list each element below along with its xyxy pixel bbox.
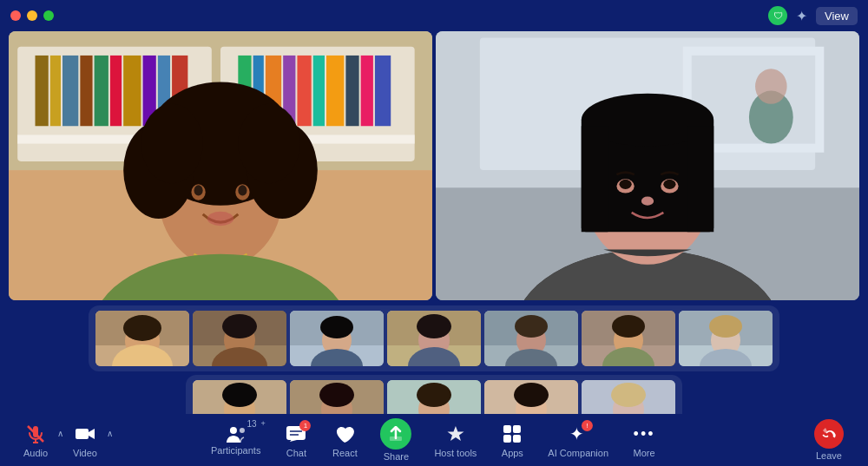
- svg-rect-5: [50, 56, 61, 126]
- titlebar-right: 🛡 ✦ View: [768, 6, 858, 25]
- svg-point-116: [611, 383, 646, 407]
- ai-companion-badge: !: [582, 420, 593, 431]
- svg-rect-9: [110, 56, 122, 126]
- chat-label: Chat: [286, 448, 306, 458]
- thumb-6[interactable]: [582, 311, 675, 366]
- svg-point-33: [141, 104, 203, 183]
- leave-button[interactable]: Leave: [807, 416, 851, 464]
- toolbar: Audio ∧ Video ∧: [0, 414, 868, 466]
- svg-point-61: [663, 180, 675, 189]
- svg-point-39: [207, 212, 234, 226]
- security-icon[interactable]: 🛡: [768, 6, 787, 25]
- video-button[interactable]: Video: [67, 418, 103, 462]
- svg-point-96: [709, 315, 742, 338]
- host-tools-button[interactable]: Host tools: [424, 418, 487, 462]
- audio-button[interactable]: Audio: [17, 418, 54, 462]
- ai-companion-button[interactable]: ✦ ! AI Companion: [537, 418, 619, 462]
- svg-point-81: [417, 314, 451, 338]
- maximize-button[interactable]: [43, 10, 54, 21]
- thumb-5[interactable]: [484, 311, 578, 366]
- svg-rect-10: [123, 56, 141, 126]
- close-button[interactable]: [10, 10, 21, 21]
- participants-count: 13: [247, 419, 257, 429]
- ai-companion-label: AI Companion: [548, 448, 608, 458]
- toolbar-left: Audio ∧ Video ∧: [17, 418, 113, 462]
- minimize-button[interactable]: [27, 10, 37, 21]
- svg-point-60: [619, 180, 631, 189]
- video-expand-icon[interactable]: ∧: [107, 429, 113, 438]
- svg-rect-7: [80, 56, 92, 126]
- svg-rect-22: [361, 56, 373, 126]
- share-label: Share: [384, 451, 409, 462]
- apps-label: Apps: [502, 448, 523, 458]
- svg-point-37: [194, 185, 203, 195]
- svg-point-34: [238, 104, 299, 183]
- participants-icon: [226, 424, 247, 443]
- thumbnail-row-1: [89, 305, 779, 371]
- view-button[interactable]: View: [816, 7, 858, 25]
- svg-point-123: [230, 427, 237, 434]
- audio-label: Audio: [23, 448, 48, 458]
- thumb-1[interactable]: [95, 311, 189, 366]
- svg-point-66: [123, 315, 161, 341]
- react-label: React: [332, 448, 358, 458]
- host-tools-label: Host tools: [434, 448, 477, 458]
- speaker-video-2: [436, 31, 859, 300]
- svg-point-112: [514, 383, 549, 407]
- more-label: More: [634, 448, 655, 458]
- apps-button[interactable]: Apps: [489, 418, 536, 462]
- svg-point-91: [612, 315, 645, 338]
- svg-rect-122: [76, 429, 89, 439]
- toolbar-center: 13 + Participants 1 Chat: [201, 415, 667, 465]
- svg-point-48: [755, 69, 787, 104]
- svg-point-124: [240, 428, 245, 433]
- leave-label: Leave: [816, 450, 842, 461]
- svg-point-76: [320, 316, 353, 338]
- speaker-video-1: [9, 31, 432, 300]
- more-button[interactable]: ••• More: [621, 418, 667, 462]
- chat-badge: 1: [299, 420, 311, 431]
- react-button[interactable]: React: [321, 418, 368, 462]
- thumb-3[interactable]: [290, 311, 384, 366]
- share-button[interactable]: Share: [370, 415, 422, 465]
- svg-rect-6: [62, 56, 78, 126]
- svg-rect-21: [345, 56, 358, 126]
- meeting-content: [9, 31, 859, 414]
- toolbar-right: Leave: [807, 416, 851, 464]
- thumb-4[interactable]: [387, 311, 481, 366]
- svg-rect-4: [36, 56, 49, 126]
- svg-rect-128: [390, 436, 402, 441]
- svg-rect-129: [503, 425, 511, 433]
- audio-expand-icon[interactable]: ∧: [57, 429, 63, 438]
- svg-rect-19: [313, 56, 325, 126]
- svg-rect-8: [95, 56, 108, 126]
- leave-icon: [814, 419, 844, 449]
- svg-point-62: [641, 197, 654, 206]
- svg-rect-23: [375, 56, 391, 126]
- svg-rect-130: [513, 425, 521, 433]
- participants-button[interactable]: 13 + Participants: [201, 421, 271, 459]
- svg-rect-131: [503, 435, 511, 443]
- svg-rect-57: [687, 126, 714, 232]
- video-label: Video: [73, 448, 97, 458]
- svg-point-71: [222, 314, 257, 338]
- chat-button[interactable]: 1 Chat: [273, 418, 319, 462]
- svg-point-100: [222, 383, 257, 407]
- svg-rect-56: [582, 126, 608, 232]
- share-icon: [380, 418, 411, 450]
- svg-rect-132: [513, 435, 521, 443]
- svg-rect-20: [326, 56, 344, 126]
- mic-muted-icon: [25, 423, 46, 444]
- video-icon: [75, 425, 95, 443]
- svg-point-38: [238, 185, 247, 195]
- thumb-2[interactable]: [193, 311, 286, 366]
- apps-icon: [503, 424, 522, 443]
- svg-point-86: [515, 315, 548, 338]
- star-icon: ✦: [796, 8, 807, 24]
- thumb-7[interactable]: [679, 311, 773, 366]
- react-icon: [334, 424, 355, 443]
- svg-point-104: [319, 383, 354, 407]
- main-video-area: [9, 31, 859, 300]
- participants-label: Participants: [211, 445, 260, 456]
- svg-rect-18: [297, 56, 311, 126]
